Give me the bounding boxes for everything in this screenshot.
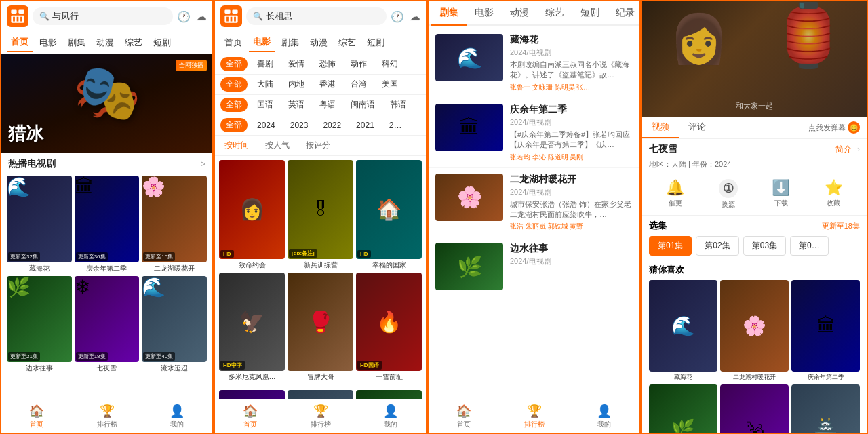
filter-tag[interactable]: 动作 (345, 57, 372, 71)
section-more-1[interactable]: > (201, 159, 205, 169)
filter-tag[interactable]: 闽南语 (345, 98, 380, 112)
bottom-nav-me-3[interactable]: 👤 我的 (569, 399, 639, 433)
list-item[interactable]: 🌲 丛林法则 (356, 390, 422, 399)
action-source[interactable]: ① 换源 (719, 179, 738, 210)
hero-video[interactable]: 🏮 👩 和大家一起 (642, 1, 867, 117)
filter-tag[interactable]: 2022 (317, 119, 347, 132)
list-item[interactable]: 🌊 藏海花 (649, 280, 717, 382)
sort-time[interactable]: 按时间 (222, 138, 252, 153)
list-item[interactable]: 🥊 冒牌大哥 (288, 273, 353, 382)
nav-variety-2[interactable]: 综艺 (334, 34, 360, 52)
tab-doc[interactable]: 纪录 (608, 1, 641, 24)
list-item[interactable]: 🔥 HD国语 一雪前耻 (356, 273, 422, 382)
list-item[interactable]: 🌿 边水往事 2024/电视剧 (429, 237, 639, 296)
filter-tag[interactable]: 内地 (283, 77, 310, 92)
filter-tag[interactable]: 2023 (285, 119, 314, 132)
list-item[interactable]: 🌊 更新至32集 藏海花 (7, 176, 72, 273)
sort-popular[interactable]: 按人气 (262, 138, 292, 153)
list-item[interactable]: 🌿 更新至21集 边水往事 (7, 276, 72, 374)
list-item[interactable]: 🌙 黑暗骑士 (219, 390, 285, 399)
tab-anime[interactable]: 动漫 (502, 1, 537, 24)
filter-tag[interactable]: 大陆 (252, 77, 279, 92)
filter-tag[interactable]: 喜剧 (252, 57, 279, 71)
filter-tag[interactable]: 全部 (220, 118, 248, 132)
list-item[interactable]: 🌊 更新至40集 流水迢迢 (142, 276, 207, 374)
filter-tag[interactable]: 香港 (314, 77, 341, 92)
list-item[interactable]: 🌸 二龙湖村暖花开 (720, 280, 789, 382)
list-item[interactable]: 🌊 藏海花 2024/电视剧 本剧改编自南派三叔同名小说《藏海花》。讲述了《盗墓… (429, 28, 639, 98)
list-item[interactable]: 🌸 更新至15集 二龙湖暖花开 (142, 176, 207, 273)
nav-home-2[interactable]: 首页 (220, 34, 246, 52)
action-download[interactable]: ⬇️ 下载 (772, 179, 790, 210)
bottom-nav-rank-1[interactable]: 🏆 排行榜 (72, 399, 142, 433)
nav-movie-2[interactable]: 电影 (249, 33, 275, 52)
cloud-icon-1[interactable]: ☁ (196, 10, 207, 23)
cloud-icon-2[interactable]: ☁ (410, 10, 420, 23)
search-bar-1[interactable]: 🔍 与凤行 (33, 7, 173, 25)
nav-anime-1[interactable]: 动漫 (92, 34, 118, 52)
tab-variety[interactable]: 综艺 (537, 1, 572, 24)
episode-btn[interactable]: 第01集 (649, 236, 692, 256)
filter-tag[interactable]: 全部 (220, 77, 248, 92)
list-item[interactable]: ❄ 更新至18集 七夜雪 (75, 276, 140, 374)
list-item[interactable]: 🗡 刀锋传说 (288, 390, 353, 399)
action-urge[interactable]: 🔔 催更 (666, 179, 684, 210)
episodes-more[interactable]: 更新至18集 (822, 221, 860, 231)
nav-variety-1[interactable]: 综艺 (121, 34, 146, 52)
filter-tag[interactable]: 英语 (283, 98, 310, 112)
nav-short-1[interactable]: 短剧 (149, 34, 175, 52)
search-bar-2[interactable]: 🔍 长相思 (246, 7, 387, 25)
filter-tag[interactable]: 全部 (220, 98, 248, 112)
action-collect[interactable]: ⭐ 收藏 (825, 179, 843, 210)
bottom-nav-rank-3[interactable]: 🏆 排行榜 (499, 399, 570, 433)
nav-short-2[interactable]: 短剧 (363, 34, 389, 52)
filter-tag[interactable]: 恐怖 (314, 57, 341, 71)
history-icon-2[interactable]: 🕐 (391, 10, 404, 23)
episode-btn[interactable]: 第0… (790, 236, 829, 256)
history-icon-1[interactable]: 🕐 (177, 10, 191, 23)
tab-video[interactable]: 视频 (642, 117, 679, 138)
filter-tag[interactable]: 2021 (351, 119, 380, 132)
list-item[interactable]: 🌸 二龙湖村暖花开 2024/电视剧 城市保安张浩（张浩 饰）在家乡父老二龙湖村… (429, 168, 639, 238)
filter-tag[interactable]: 美国 (376, 77, 403, 92)
tab-drama[interactable]: 剧集 (431, 1, 467, 24)
bottom-nav-home-3[interactable]: 🏠 首页 (429, 399, 499, 433)
filter-tag[interactable]: 全部 (220, 57, 248, 71)
tab-short[interactable]: 短剧 (572, 1, 608, 24)
filter-tag[interactable]: 韩语 (384, 98, 412, 112)
bottom-nav-me-1[interactable]: 👤 我的 (142, 399, 212, 433)
episode-btn[interactable]: 第02集 (696, 236, 738, 256)
hero-banner-1[interactable]: 🎭 全网独播 猎冰 (1, 54, 212, 153)
simple-button[interactable]: 简介 (835, 144, 852, 155)
bottom-nav-rank-2[interactable]: 🏆 排行榜 (285, 399, 356, 433)
bottom-nav-home-1[interactable]: 🏠 首页 (1, 399, 72, 433)
nav-drama-1[interactable]: 剧集 (64, 34, 90, 52)
sort-rating[interactable]: 按评分 (303, 138, 333, 153)
filter-tag[interactable]: 2… (384, 119, 408, 132)
filter-tag[interactable]: 爱情 (283, 57, 310, 71)
list-item[interactable]: 🌿 边水往事 (649, 384, 717, 433)
nav-home-1[interactable]: 首页 (7, 33, 33, 52)
list-item[interactable]: 🏯 边城往事 (791, 384, 860, 433)
list-item[interactable]: 👩 HD 致命约会 (219, 160, 285, 270)
list-item[interactable]: 🏛 庆余年第二季 (791, 280, 860, 382)
nav-drama-2[interactable]: 剧集 (277, 34, 303, 52)
list-item[interactable]: 🌬 风吹半夏 (720, 384, 789, 433)
list-item[interactable]: 🦅 HD中字 多米尼克凤凰… (219, 273, 285, 382)
nav-anime-2[interactable]: 动漫 (306, 34, 332, 52)
tab-movie[interactable]: 电影 (467, 1, 502, 24)
danmu-button[interactable]: 点我发弹幕 😊 (802, 117, 867, 138)
filter-tag[interactable]: 国语 (252, 98, 279, 112)
list-item[interactable]: 🎖 [db:备注] 新兵训练营 (288, 160, 353, 270)
list-item[interactable]: 🏠 HD 幸福的国家 (356, 160, 422, 270)
bottom-nav-me-2[interactable]: 👤 我的 (355, 399, 426, 433)
list-item[interactable]: 🏛 庆余年第二季 2024/电视剧 【#庆余年第二季筹备#】张若昀回应【庆余年是… (429, 98, 639, 168)
nav-movie-1[interactable]: 电影 (35, 34, 61, 52)
bottom-nav-home-2[interactable]: 🏠 首页 (215, 399, 285, 433)
list-item[interactable]: 🏛 更新至36集 庆余年第二季 (75, 176, 140, 273)
filter-tag[interactable]: 台湾 (345, 77, 372, 92)
tab-comment[interactable]: 评论 (679, 117, 715, 138)
filter-tag[interactable]: 2024 (252, 119, 281, 132)
episode-btn[interactable]: 第03集 (743, 236, 786, 256)
filter-tag[interactable]: 科幻 (376, 57, 403, 71)
